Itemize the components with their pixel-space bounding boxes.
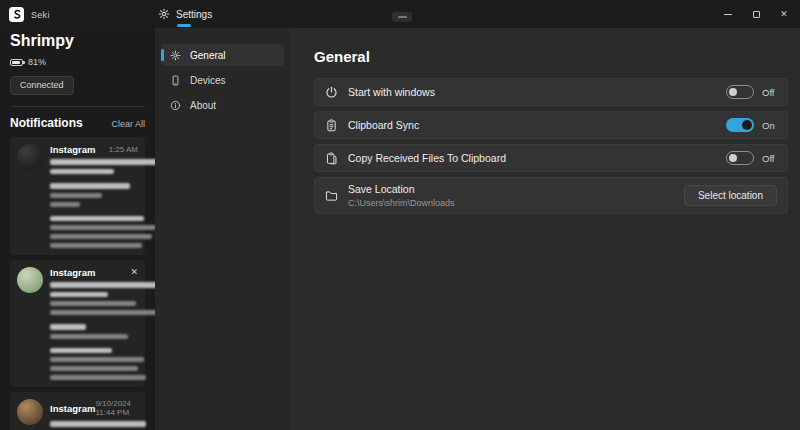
blurred-text-line (50, 183, 130, 189)
toggle-switch[interactable] (726, 151, 754, 165)
line-gap (50, 339, 138, 344)
blurred-text-line (50, 292, 108, 298)
blurred-text-line (50, 334, 128, 339)
notification-app-name: Instagram (50, 403, 95, 414)
setting-row: Save LocationC:\Users\shrim\DownloadsSel… (314, 177, 788, 214)
titlebar: Seki Settings ✕ (0, 0, 800, 28)
notification-content: Instagram9/10/2024 11:44 PM (50, 399, 138, 430)
setting-row: Start with windowsOff (314, 78, 788, 106)
line-gap (50, 427, 138, 430)
notification-card[interactable]: Instagram1:25 AM (10, 137, 145, 255)
battery-icon (10, 59, 23, 66)
toggle-state-label: Off (762, 153, 777, 164)
toggle-knob (729, 154, 737, 162)
notification-card[interactable]: Instagram✕ (10, 260, 145, 387)
clear-all-button[interactable]: Clear All (111, 119, 145, 129)
page-title: General (314, 48, 788, 65)
setting-label: Copy Received Files To Clipboard (348, 152, 506, 164)
app-logo-icon (9, 7, 24, 22)
blurred-text-line (50, 159, 155, 165)
app-title: Seki (31, 10, 50, 20)
tab-active-indicator (177, 24, 191, 27)
setting-label: Clipboard Sync (348, 119, 419, 131)
blurred-text-line (50, 348, 112, 354)
notification-timestamp: 1:25 AM (109, 145, 138, 154)
line-gap (50, 207, 138, 212)
blurred-text-line (50, 216, 144, 222)
nav-item-label: Devices (190, 75, 226, 86)
blurred-text-line (50, 282, 155, 288)
line-gap (50, 174, 138, 179)
connection-status-badge[interactable]: Connected (10, 76, 74, 95)
power-icon (325, 86, 338, 99)
toggle-state-label: Off (762, 87, 777, 98)
blurred-text-line (50, 366, 138, 371)
blurred-text-line (50, 357, 144, 362)
blurred-text-line (50, 169, 114, 175)
titlebar-pill[interactable] (392, 12, 412, 22)
maximize-button[interactable] (742, 0, 770, 28)
clipboard-icon (325, 119, 338, 132)
line-gap (50, 315, 138, 320)
nav-item-label: About (190, 100, 216, 111)
blurred-text-line (50, 421, 146, 427)
window-controls: ✕ (714, 0, 798, 28)
setting-label: Start with windows (348, 86, 435, 98)
tab-settings-label: Settings (176, 9, 212, 20)
notification-app-name: Instagram (50, 267, 95, 278)
blurred-text-line (50, 324, 86, 330)
blurred-text-line (50, 193, 102, 198)
notification-content: Instagram✕ (50, 267, 138, 380)
toggle-knob (729, 88, 737, 96)
nav-item-devices[interactable]: Devices (161, 69, 284, 91)
notifications-header: Notifications (10, 116, 83, 130)
notification-list: Instagram1:25 AMInstagram✕Instagram9/10/… (10, 137, 145, 430)
blurred-text-line (50, 375, 146, 380)
blurred-text-line (50, 202, 80, 207)
toggle-state-label: On (762, 120, 777, 131)
setting-row: Clipboard SyncOn (314, 111, 788, 139)
device-sidebar: Shrimpy 81% Connected Notifications Clea… (0, 28, 155, 430)
blurred-text-line (50, 234, 152, 239)
toggle-switch[interactable] (726, 118, 754, 132)
battery-percent: 81% (28, 57, 46, 67)
blurred-text-line (50, 310, 155, 315)
select-location-button[interactable]: Select location (684, 185, 777, 206)
blurred-text-line (50, 301, 136, 306)
nav-item-about[interactable]: About (161, 94, 284, 116)
blurred-text-line (50, 243, 142, 248)
tab-settings[interactable]: Settings (158, 8, 212, 20)
close-button[interactable]: ✕ (770, 0, 798, 28)
notification-timestamp: 9/10/2024 11:44 PM (95, 399, 138, 417)
copy-icon (325, 152, 338, 165)
notification-app-name: Instagram (50, 144, 95, 155)
folder-icon (325, 189, 338, 202)
blurred-text-line (50, 225, 155, 230)
notification-content: Instagram1:25 AM (50, 144, 138, 248)
close-icon[interactable]: ✕ (130, 268, 138, 277)
avatar (17, 267, 43, 293)
phone-icon (170, 75, 181, 86)
save-location-path: C:\Users\shrim\Downloads (348, 198, 455, 208)
info-icon (170, 100, 181, 111)
setting-row: Copy Received Files To ClipboardOff (314, 144, 788, 172)
settings-content: General Start with windowsOffClipboard S… (290, 28, 800, 430)
settings-rows: Start with windowsOffClipboard SyncOnCop… (314, 78, 788, 214)
nav-item-general[interactable]: General (161, 44, 284, 66)
avatar (17, 399, 43, 425)
toggle-switch[interactable] (726, 85, 754, 99)
setting-label: Save Location (348, 183, 455, 195)
divider (10, 106, 145, 107)
notification-card[interactable]: Instagram9/10/2024 11:44 PM (10, 392, 145, 430)
device-name: Shrimpy (10, 32, 145, 50)
gear-icon (158, 8, 170, 20)
toggle-knob (742, 120, 752, 130)
avatar (17, 144, 43, 170)
minimize-button[interactable] (714, 0, 742, 28)
nav-item-label: General (190, 50, 226, 61)
settings-nav: GeneralDevicesAbout (155, 28, 290, 430)
battery-status: 81% (10, 57, 145, 67)
gear-icon (170, 50, 181, 61)
